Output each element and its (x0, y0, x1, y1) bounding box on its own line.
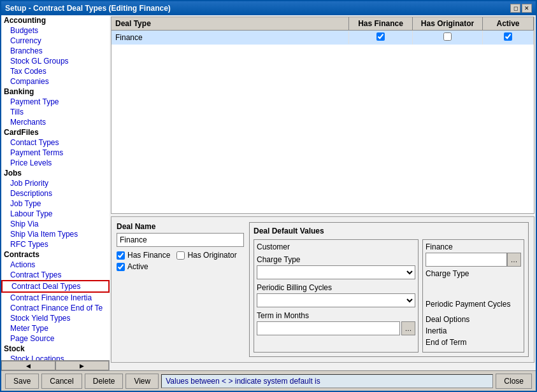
cancel-button[interactable]: Cancel (41, 374, 82, 389)
customer-section-label-row: Customer (257, 242, 415, 251)
sidebar-item-job-type[interactable]: Job Type (1, 199, 110, 209)
sidebar-item-payment-terms[interactable]: Payment Terms (1, 148, 110, 158)
form-active-checkbox[interactable] (117, 263, 125, 271)
deal-name-label: Deal Name (117, 222, 244, 231)
sidebar-group-jobs: Jobs (1, 168, 110, 178)
sidebar-group-accounting: Accounting (1, 15, 110, 25)
periodic-billing-select[interactable] (257, 293, 415, 307)
has-originator-label: Has Originator (187, 251, 236, 260)
view-button[interactable]: View (125, 374, 159, 389)
periodic-billing-input-group (257, 293, 415, 307)
sidebar-bottom-arrows: ◀ ▶ (1, 360, 110, 370)
sidebar-item-page-source[interactable]: Page Source (1, 333, 110, 344)
active-item: Active (117, 262, 244, 271)
finance-charge-spacer (426, 281, 521, 300)
col-header-has-finance: Has Finance (349, 17, 413, 30)
deal-options-label: Deal Options (426, 315, 521, 324)
sidebar-wrapper: Accounting Budgets Currency Branches Sto… (1, 15, 110, 370)
form-area: Deal Name Has Finance Has Originator (111, 216, 534, 363)
finance-charge-type-label: Charge Type (426, 269, 521, 278)
sidebar-item-companies[interactable]: Companies (1, 76, 110, 87)
sidebar-group-banking: Banking (1, 87, 110, 97)
bottom-bar: Save Cancel Delete View Values between <… (1, 370, 536, 391)
has-originator-checkbox[interactable] (443, 32, 452, 41)
active-checkbox[interactable] (504, 32, 512, 41)
term-months-label: Term in Months (257, 311, 415, 320)
charge-type-label: Charge Type (257, 255, 415, 264)
scroll-right-btn[interactable]: ▶ (55, 361, 110, 370)
sidebar-item-branches[interactable]: Branches (1, 46, 110, 56)
restore-button[interactable]: ◻ (510, 4, 520, 13)
term-months-input-group: … (257, 321, 415, 335)
form-section: Deal Name Has Finance Has Originator (117, 222, 529, 357)
sidebar-item-actions[interactable]: Actions (1, 260, 110, 270)
delete-button[interactable]: Delete (85, 374, 124, 389)
grid-area: Deal Type Has Finance Has Originator Act… (111, 17, 534, 214)
status-text: Values between < > indicate system defau… (161, 374, 493, 388)
sidebar-item-tax-codes[interactable]: Tax Codes (1, 66, 110, 76)
has-finance-checkbox[interactable] (376, 32, 385, 41)
sidebar-item-contract-finance-inertia[interactable]: Contract Finance Inertia (1, 293, 110, 303)
scroll-left-btn[interactable]: ◀ (1, 361, 55, 370)
sidebar: Accounting Budgets Currency Branches Sto… (1, 15, 110, 360)
deal-name-input[interactable] (117, 233, 244, 247)
periodic-payment-label: Periodic Payment Cycles (426, 300, 521, 309)
table-row[interactable]: Finance (111, 31, 534, 45)
finance-value-input[interactable] (426, 253, 507, 267)
form-has-finance-checkbox[interactable] (117, 251, 125, 260)
end-of-term-label: End of Term (426, 338, 521, 347)
sidebar-item-stock-gl-groups[interactable]: Stock GL Groups (1, 56, 110, 66)
window-title: Setup - Contract Deal Types (Editing Fin… (5, 4, 171, 13)
sidebar-item-budgets[interactable]: Budgets (1, 25, 110, 36)
sidebar-item-contract-types[interactable]: Contract Types (1, 270, 110, 280)
close-button-bottom[interactable]: Close (496, 374, 532, 389)
periodic-billing-label: Periodic Billing Cycles (257, 283, 415, 292)
grid-header: Deal Type Has Finance Has Originator Act… (111, 17, 534, 31)
customer-section-label: Customer (257, 242, 415, 251)
finance-section: Finance … Charge Type Periodic Payment C… (422, 239, 524, 353)
sidebar-item-labour-type[interactable]: Labour Type (1, 209, 110, 219)
deal-defaults-columns: Customer Charge Type Periodic Billing (254, 239, 524, 353)
sidebar-item-tills[interactable]: Tills (1, 107, 110, 117)
periodic-billing-row: Periodic Billing Cycles (257, 283, 415, 307)
title-bar-controls: ◻ ✕ (510, 4, 532, 13)
sidebar-item-rfc-types[interactable]: RFC Types (1, 239, 110, 249)
right-panel: Deal Type Has Finance Has Originator Act… (110, 15, 536, 370)
cell-has-originator (413, 31, 483, 45)
sidebar-item-ship-via-item-types[interactable]: Ship Via Item Types (1, 229, 110, 239)
sidebar-item-stock-yield-types[interactable]: Stock Yield Types (1, 313, 110, 323)
sidebar-item-payment-type[interactable]: Payment Type (1, 97, 110, 107)
close-button[interactable]: ✕ (522, 4, 532, 13)
col-header-active: Active (483, 17, 534, 30)
term-months-input[interactable] (257, 321, 400, 335)
save-button[interactable]: Save (5, 374, 39, 389)
sidebar-item-currency[interactable]: Currency (1, 36, 110, 46)
sidebar-item-meter-type[interactable]: Meter Type (1, 323, 110, 333)
cell-has-finance (349, 31, 413, 45)
customer-section: Customer Charge Type Periodic Billing (254, 239, 419, 353)
sidebar-group-cardfiles: CardFiles (1, 127, 110, 137)
deal-defaults-container: Deal Default Values Customer Charge Type (249, 222, 529, 357)
sidebar-item-price-levels[interactable]: Price Levels (1, 158, 110, 168)
form-has-originator-checkbox[interactable] (176, 251, 185, 260)
sidebar-item-stock-locations[interactable]: Stock Locations (1, 354, 110, 360)
sidebar-item-merchants[interactable]: Merchants (1, 117, 110, 127)
main-window: Setup - Contract Deal Types (Editing Fin… (0, 0, 537, 392)
sidebar-group-stock: Stock (1, 344, 110, 354)
finance-dots-button[interactable]: … (507, 253, 521, 267)
sidebar-item-contract-finance-end[interactable]: Contract Finance End of Te (1, 303, 110, 313)
finance-section-label: Finance (426, 242, 521, 251)
finance-input-row: … (426, 253, 521, 267)
sidebar-item-descriptions[interactable]: Descriptions (1, 188, 110, 199)
sidebar-item-job-priority[interactable]: Job Priority (1, 178, 110, 188)
has-finance-label: Has Finance (127, 251, 170, 260)
sidebar-item-ship-via[interactable]: Ship Via (1, 219, 110, 229)
term-months-dots-button[interactable]: … (401, 321, 415, 335)
col-header-deal-type: Deal Type (111, 17, 349, 30)
sidebar-item-contact-types[interactable]: Contact Types (1, 137, 110, 148)
checkbox-group-1: Has Finance Has Originator (117, 251, 244, 260)
main-content: Accounting Budgets Currency Branches Sto… (1, 15, 536, 370)
charge-type-select[interactable] (257, 265, 415, 279)
term-months-row: Term in Months … (257, 311, 415, 335)
sidebar-item-contract-deal-types[interactable]: Contract Deal Types (1, 280, 110, 293)
